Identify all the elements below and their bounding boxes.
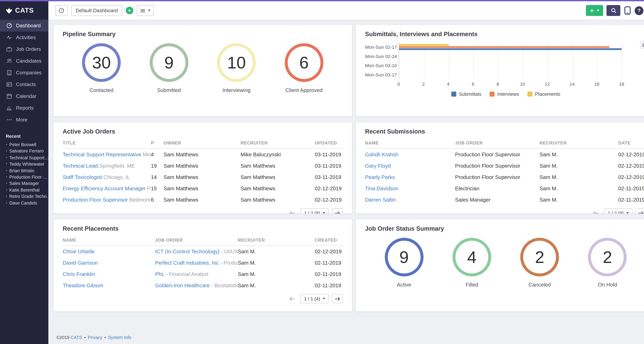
phone-button[interactable] xyxy=(624,6,631,15)
recent-item[interactable]: •Sales Manager xyxy=(6,180,48,187)
legend-item[interactable]: Submittals xyxy=(451,92,481,97)
record-link[interactable]: Perfect Craft Industries, Inc xyxy=(155,260,219,266)
legend-item[interactable]: Placements xyxy=(528,92,560,97)
table-cell: Sam M. xyxy=(238,246,315,257)
legend-label: Interviews xyxy=(497,92,519,97)
legend-item[interactable]: Interviews xyxy=(490,92,519,97)
sidebar-item-job-orders[interactable]: Job Orders xyxy=(0,43,48,55)
sidebar-item-label: Activities xyxy=(16,34,36,40)
search-button[interactable] xyxy=(606,5,620,16)
bullet-icon: • xyxy=(6,174,7,180)
bar-chart: Mon-Sun 02-17Mon-Sun 02-24Mon-Sun 03-10M… xyxy=(365,42,644,88)
x-tick-label: 10 xyxy=(520,81,525,86)
circle-value: 9 xyxy=(385,238,423,276)
prev-page-button[interactable] xyxy=(286,208,298,214)
footer-link[interactable]: CATS xyxy=(71,335,82,340)
sidebar-item-label: Reports xyxy=(16,105,34,111)
record-link[interactable]: Production Floor Supervisor xyxy=(63,197,128,203)
page-select[interactable]: 1 / 2 (9) xyxy=(300,208,329,214)
activity-icon xyxy=(6,34,12,40)
add-dashboard-button[interactable] xyxy=(126,7,134,14)
prev-page-button[interactable] xyxy=(590,208,601,214)
recent-item[interactable]: •Salvatore Ferraro xyxy=(6,148,48,155)
dashboard-options-button[interactable] xyxy=(137,5,154,16)
chart-ylabels: Mon-Sun 02-17Mon-Sun 02-24Mon-Sun 03-10M… xyxy=(365,42,399,88)
record-detail: - Biostatistician (Re xyxy=(210,283,238,288)
gridline xyxy=(498,42,498,79)
footer-link[interactable]: System Info xyxy=(108,335,131,340)
record-link[interactable]: Pearly Parks xyxy=(365,174,395,180)
table-cell: ICT (In-Control Technology) - UI/UX Desi… xyxy=(155,246,238,257)
recent-item[interactable]: •Dave Candels xyxy=(6,200,48,206)
record-link[interactable]: Staff Toxicologist xyxy=(63,174,102,180)
next-page-button[interactable] xyxy=(332,294,343,303)
sidebar-item-dashboard[interactable]: Dashboard xyxy=(0,20,48,31)
recent-item[interactable]: •Peter Boswell xyxy=(6,142,48,148)
table-cell: 02-12-2019 xyxy=(315,194,343,205)
pipeline-circles: 30Contacted9Submitted10Interviewing6Clie… xyxy=(63,43,343,93)
recent-item[interactable]: •Retro Grade Techn… xyxy=(6,193,48,200)
page-select[interactable]: 1 / 2 (9) xyxy=(604,208,632,214)
dashboards-home-button[interactable] xyxy=(55,5,68,16)
record-link[interactable]: Technical Lead xyxy=(63,163,98,169)
sidebar-item-activities[interactable]: Activities xyxy=(0,31,48,43)
record-link[interactable]: PhL xyxy=(155,271,164,277)
circle-label: Active xyxy=(397,282,411,288)
record-link[interactable]: Gary Floyd xyxy=(365,163,391,169)
sidebar-item-contacts[interactable]: Contacts xyxy=(0,79,48,90)
recent-item[interactable]: •Technical Support… xyxy=(6,155,48,161)
chart-plot xyxy=(399,42,644,79)
record-link[interactable]: Gahdli Krahsh xyxy=(365,152,398,157)
quick-add-button[interactable] xyxy=(586,5,603,16)
next-page-button[interactable] xyxy=(636,208,644,214)
recent-item[interactable]: •Katie Berenthal xyxy=(6,187,48,193)
recent-item-label: Teddy Whitewater xyxy=(9,161,44,167)
status-circle: 4Filled xyxy=(452,238,491,288)
topbar: Default Dashboard ? xyxy=(48,1,644,20)
circle-label: Submitted xyxy=(157,87,181,93)
topbar-right-group: ? S xyxy=(586,5,644,16)
record-link[interactable]: Chloe Urbelle xyxy=(63,248,94,254)
recent-item[interactable]: •Teddy Whitewater xyxy=(6,161,48,167)
recent-item[interactable]: •Brian Wristin xyxy=(6,168,48,174)
table-cell: 02-12-2019 xyxy=(315,246,343,257)
pipeline-summary-card: Pipeline Summary 30Contacted9Submitted10… xyxy=(53,24,352,117)
record-link[interactable]: Energy Efficiency Account Manager xyxy=(63,185,146,191)
record-link[interactable]: ICT (In-Control Technology) xyxy=(155,248,220,254)
sidebar-item-candidates[interactable]: Candidates xyxy=(0,55,48,67)
record-link[interactable]: Darren Saltin xyxy=(365,197,396,203)
record-link[interactable]: David Garrison xyxy=(63,260,98,266)
sidebar-item-companies[interactable]: Companies xyxy=(0,67,48,78)
arrow-right-icon xyxy=(638,210,644,214)
circle-label: Filled xyxy=(466,282,478,288)
page-indicator: 1 / 2 (9) xyxy=(608,210,624,214)
bullet-icon: • xyxy=(6,180,7,187)
copyright: ©2019 xyxy=(56,335,70,340)
pagination: 1 / 2 (9) xyxy=(365,208,644,214)
record-link[interactable]: Golden-Iron Healthcare xyxy=(155,283,210,288)
legend-label: Submittals xyxy=(459,92,481,97)
sidebar-item-more[interactable]: More xyxy=(0,114,48,126)
record-link[interactable]: Tina Davidson xyxy=(365,185,398,191)
sidebar-item-reports[interactable]: Reports xyxy=(0,102,48,114)
help-button[interactable]: ? xyxy=(634,6,644,15)
dashboard-selector-button[interactable]: Default Dashboard xyxy=(71,5,122,16)
footer-link[interactable]: Privacy xyxy=(88,335,102,340)
topbar-left-group: Default Dashboard xyxy=(55,5,154,16)
prev-page-button[interactable] xyxy=(286,294,298,303)
record-link[interactable]: Theadore Gibson xyxy=(63,283,103,288)
chart-plot-wrap: 02468101214161820 xyxy=(399,42,644,88)
top-accent-strip xyxy=(0,0,644,1)
sidebar-item-calendar[interactable]: Calendar xyxy=(0,90,48,102)
page-select[interactable]: 1 / 1 (4) xyxy=(300,294,329,303)
circle-value: 2 xyxy=(588,238,627,276)
table-cell: Sam Matthews xyxy=(164,171,240,183)
app-logo[interactable]: CATS xyxy=(0,1,48,20)
next-page-button[interactable] xyxy=(332,208,343,214)
record-link[interactable]: Chris Franklin xyxy=(63,271,95,277)
circle-value: 2 xyxy=(520,238,559,276)
table-cell: Sam M. xyxy=(238,280,315,291)
record-link[interactable]: Technical Support Representative xyxy=(63,152,141,157)
table-cell: Perfect Craft Industries, Inc - Producti… xyxy=(155,257,238,268)
recent-item[interactable]: •Production Floor … xyxy=(6,174,48,180)
